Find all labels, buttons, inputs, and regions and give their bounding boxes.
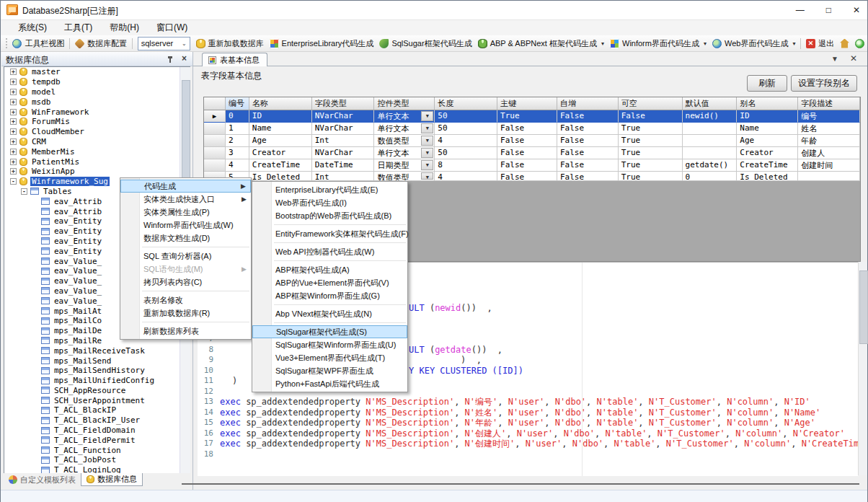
grid-cell[interactable]: 日期类型▼ bbox=[374, 159, 435, 172]
grid-cell[interactable]: True bbox=[619, 159, 683, 172]
close-button[interactable]: ✕ bbox=[853, 1, 860, 19]
grid-cell[interactable]: 年龄 bbox=[798, 135, 860, 147]
context-menu-item[interactable]: 刷新数据库列表 bbox=[120, 325, 251, 338]
refresh-button[interactable]: 刷新 bbox=[747, 75, 787, 92]
chevron-down-icon[interactable]: ▼ bbox=[831, 55, 838, 63]
tree-item[interactable]: +msdb bbox=[4, 97, 190, 107]
grid-cell[interactable]: 0 bbox=[683, 172, 738, 181]
grid-cell[interactable] bbox=[798, 172, 860, 181]
set-field-alias-button[interactable]: 设置字段别名 bbox=[791, 75, 857, 92]
grid-cell[interactable]: NVarChar bbox=[312, 147, 375, 159]
scrollbar-thumb[interactable] bbox=[859, 270, 868, 344]
grid-cell[interactable]: newid() bbox=[683, 110, 738, 123]
grid-cell[interactable] bbox=[683, 135, 738, 147]
grid-cell[interactable]: Creator bbox=[737, 147, 798, 159]
expander-icon[interactable]: - bbox=[21, 188, 27, 195]
column-header[interactable]: 字段描述 bbox=[798, 97, 860, 110]
submenu-item[interactable]: Abp VNext框架代码生成(N) bbox=[252, 307, 407, 320]
grid-cell[interactable]: True bbox=[497, 110, 557, 123]
grid-cell[interactable]: ID bbox=[737, 110, 798, 123]
tree-item[interactable]: +PatientMis bbox=[4, 157, 190, 167]
expander-icon[interactable]: + bbox=[10, 138, 17, 145]
tree-item[interactable]: T_ACL_BlackIP_User bbox=[4, 415, 190, 426]
grid-cell[interactable]: 数值类型▼ bbox=[374, 135, 435, 147]
grid-cell[interactable]: 编号 bbox=[798, 110, 860, 123]
grid-cell[interactable]: True bbox=[619, 135, 683, 147]
grid-cell[interactable]: DateTime bbox=[312, 159, 375, 172]
column-header[interactable]: 默认值 bbox=[683, 97, 738, 110]
tree-item[interactable]: +CRM bbox=[4, 137, 190, 147]
expander-icon[interactable]: + bbox=[10, 118, 17, 125]
grid-cell[interactable]: False bbox=[557, 135, 619, 147]
table-row[interactable]: 1NameNVarChar单行文本▼50FalseFalseTrueName姓名 bbox=[204, 123, 860, 135]
expander-icon[interactable]: + bbox=[10, 79, 17, 85]
submenu-item[interactable]: ABP的Vue+Element界面代码(V) bbox=[252, 276, 407, 289]
column-header[interactable]: 可空 bbox=[619, 97, 683, 110]
submenu-item[interactable]: SqlSugar框架代码生成(S) bbox=[252, 325, 407, 338]
grid-cell[interactable]: 3 bbox=[226, 147, 249, 159]
grid-cell[interactable]: Name bbox=[737, 123, 798, 135]
column-header[interactable]: 编号 bbox=[226, 97, 249, 110]
grid-cell[interactable]: False bbox=[497, 135, 557, 147]
grid-cell[interactable]: False bbox=[557, 172, 619, 181]
row-indicator[interactable]: ▶ bbox=[204, 110, 226, 123]
grid-cell[interactable]: True bbox=[619, 147, 683, 159]
context-menu-item[interactable]: Winform界面代码生成(W) bbox=[120, 219, 251, 232]
grid-cell[interactable]: Is_Deleted bbox=[249, 172, 312, 181]
context-menu-item[interactable]: 表别名修改 bbox=[120, 294, 251, 307]
grid-cell[interactable]: CreateTime bbox=[249, 159, 312, 172]
expander-icon[interactable]: + bbox=[10, 109, 17, 115]
tree-item[interactable]: +MemberMis bbox=[4, 146, 190, 157]
grid-cell[interactable]: False bbox=[557, 159, 619, 172]
column-header[interactable]: 字段类型 bbox=[312, 97, 375, 110]
grid-cell[interactable]: 8 bbox=[435, 159, 497, 172]
expander-icon[interactable]: + bbox=[10, 168, 17, 175]
row-indicator-header[interactable] bbox=[204, 97, 226, 110]
table-row[interactable]: 2AgeInt数值类型▼4FalseFalseTrueAge年龄 bbox=[204, 135, 860, 147]
expander-icon[interactable]: + bbox=[10, 99, 17, 105]
dropdown-button[interactable]: ▼ bbox=[421, 136, 433, 146]
submenu-item[interactable]: Web API控制器代码生成(W) bbox=[252, 245, 407, 258]
grid-cell[interactable]: False bbox=[619, 110, 683, 123]
grid-cell[interactable]: False bbox=[557, 110, 619, 123]
expander-icon[interactable]: + bbox=[10, 89, 17, 95]
tree-item[interactable]: +ForumMis bbox=[4, 117, 190, 127]
column-header[interactable]: 主键 bbox=[497, 97, 557, 110]
expander-icon[interactable]: + bbox=[10, 128, 17, 135]
dropdown-button[interactable]: ▼ bbox=[421, 148, 433, 158]
context-menu-item[interactable]: 重新加载数据库(R) bbox=[120, 307, 251, 320]
grid-cell[interactable]: 4 bbox=[226, 159, 249, 172]
tree-item[interactable]: mps_MailUnifiedConfig bbox=[4, 376, 190, 386]
grid-cell[interactable]: Creator bbox=[249, 147, 312, 159]
dropdown-button[interactable]: ▼ bbox=[421, 111, 433, 121]
grid-cell[interactable] bbox=[683, 147, 738, 159]
tree-item[interactable]: T_ACL_JobPost bbox=[4, 455, 190, 465]
chevron-down-icon[interactable]: ⌄ bbox=[182, 40, 187, 47]
submenu-item[interactable]: Vue3+Element界面代码生成(T) bbox=[252, 351, 407, 364]
grid-cell[interactable]: 4 bbox=[435, 172, 497, 181]
panel-tab[interactable]: 数据库信息 bbox=[81, 473, 143, 486]
toolbar-button[interactable]: ABP & ABPNext 框架代码生成▾ bbox=[475, 37, 607, 50]
toolbar-button[interactable]: ✕退出 bbox=[803, 37, 837, 50]
dropdown-button[interactable]: ▼ bbox=[421, 160, 433, 170]
grid-cell[interactable]: True bbox=[619, 172, 683, 181]
table-row[interactable]: 4CreateTimeDateTime日期类型▼8FalseFalseTrueg… bbox=[204, 159, 860, 172]
code-vertical-scrollbar[interactable] bbox=[858, 262, 867, 475]
tree-item[interactable]: T_ACL_FieldPermit bbox=[4, 435, 190, 445]
toolbar-grip[interactable] bbox=[6, 38, 7, 49]
grid-cell[interactable]: ID bbox=[249, 110, 312, 123]
grid-cell[interactable]: False bbox=[557, 123, 619, 135]
panel-tab[interactable]: 自定义模板列表 bbox=[4, 473, 81, 486]
grid-cell[interactable]: 单行文本▼ bbox=[374, 147, 435, 159]
chevron-down-icon[interactable]: ▾ bbox=[792, 40, 795, 47]
grid-cell[interactable]: 50 bbox=[435, 123, 497, 135]
grid-cell[interactable]: True bbox=[619, 123, 683, 135]
row-indicator[interactable] bbox=[204, 135, 226, 147]
tree-item[interactable]: +model bbox=[4, 87, 190, 97]
submenu-item[interactable]: EnterpriseLibrary代码生成(E) bbox=[252, 183, 407, 196]
grid-cell[interactable]: Name bbox=[249, 123, 312, 135]
column-header[interactable]: 自增 bbox=[557, 97, 619, 110]
toolbar-button[interactable] bbox=[852, 38, 867, 50]
grid-cell[interactable]: 姓名 bbox=[798, 123, 860, 135]
grid-cell[interactable]: 1 bbox=[226, 123, 249, 135]
